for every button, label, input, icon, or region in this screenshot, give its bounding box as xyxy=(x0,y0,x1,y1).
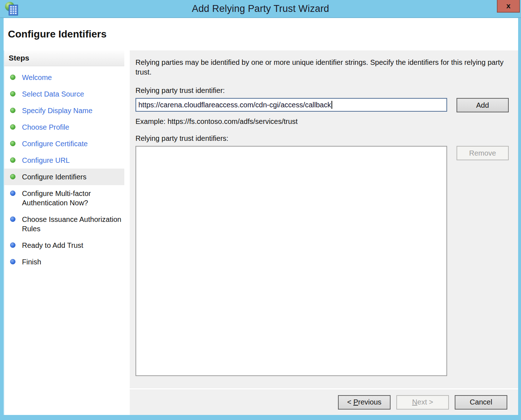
wizard-header: Configure Identifiers xyxy=(4,18,518,50)
identifiers-listbox[interactable] xyxy=(135,146,447,376)
step-status-icon xyxy=(10,141,15,146)
step-item[interactable]: Configure Certificate xyxy=(4,135,124,152)
step-label: Choose Profile xyxy=(22,122,69,132)
step-label: Select Data Source xyxy=(22,89,84,99)
step-item[interactable]: Specify Display Name xyxy=(4,102,124,119)
step-label: Configure URL xyxy=(22,156,70,165)
step-status-icon xyxy=(10,91,15,97)
step-label: Choose Issuance Authorization Rules xyxy=(22,215,121,233)
intro-text: Relying parties may be identified by one… xyxy=(135,58,507,77)
step-status-icon xyxy=(10,216,15,222)
page-title: Configure Identifiers xyxy=(8,28,107,40)
step-status-icon xyxy=(10,242,15,248)
example-text: Example: https://fs.contoso.com/adfs/ser… xyxy=(135,117,509,126)
step-label: Finish xyxy=(22,257,41,267)
step-item: Choose Issuance Authorization Rules xyxy=(4,211,124,237)
step-item: Configure Multi-factor Authentication No… xyxy=(4,185,124,211)
wizard-footer: < Previous Next > Cancel xyxy=(130,388,518,415)
identifier-input-value: https://carena.cloudflareaccess.com/cdn-… xyxy=(138,101,331,109)
step-status-icon xyxy=(10,191,15,196)
step-item[interactable]: Configure URL xyxy=(4,152,124,169)
steps-sidebar: Steps WelcomeSelect Data SourceSpecify D… xyxy=(4,50,124,415)
step-label: Configure Identifiers xyxy=(22,172,86,182)
step-status-icon xyxy=(10,75,15,80)
step-status-icon xyxy=(10,174,15,179)
text-caret xyxy=(331,101,332,109)
step-item[interactable]: Select Data Source xyxy=(4,86,124,102)
step-item: Ready to Add Trust xyxy=(4,237,124,254)
step-item: Finish xyxy=(4,254,124,270)
identifier-label: Relying party trust identifier: xyxy=(135,86,509,95)
step-status-icon xyxy=(10,157,15,163)
step-status-icon xyxy=(10,124,15,130)
step-item: Configure Identifiers xyxy=(4,169,124,185)
steps-heading: Steps xyxy=(4,50,124,66)
content-panel: Relying parties may be identified by one… xyxy=(130,50,518,388)
identifiers-list-label: Relying party trust identifiers: xyxy=(135,134,509,143)
identifier-input[interactable]: https://carena.cloudflareaccess.com/cdn-… xyxy=(135,98,447,112)
step-label: Configure Certificate xyxy=(22,139,88,148)
next-button[interactable]: Next > xyxy=(396,395,449,410)
step-label: Ready to Add Trust xyxy=(22,241,83,250)
wizard-window: Configure Identifiers Steps WelcomeSelec… xyxy=(4,18,518,415)
close-button[interactable]: x xyxy=(497,0,520,13)
step-label: Welcome xyxy=(22,73,52,82)
add-button[interactable]: Add xyxy=(457,98,509,112)
window-title: Add Relying Party Trust Wizard xyxy=(0,3,521,14)
step-status-icon xyxy=(10,108,15,113)
remove-button[interactable]: Remove xyxy=(457,146,509,160)
step-label: Specify Display Name xyxy=(22,106,93,115)
step-item[interactable]: Welcome xyxy=(4,69,124,86)
adfs-wizard-icon xyxy=(5,2,19,16)
step-status-icon xyxy=(10,259,15,264)
title-bar: Add Relying Party Trust Wizard x xyxy=(0,0,521,18)
steps-list: WelcomeSelect Data SourceSpecify Display… xyxy=(4,66,124,270)
cancel-button[interactable]: Cancel xyxy=(455,395,507,410)
previous-button[interactable]: < Previous xyxy=(338,395,391,410)
building-icon xyxy=(9,5,18,15)
step-label: Configure Multi-factor Authentication No… xyxy=(22,189,121,207)
step-item[interactable]: Choose Profile xyxy=(4,119,124,135)
